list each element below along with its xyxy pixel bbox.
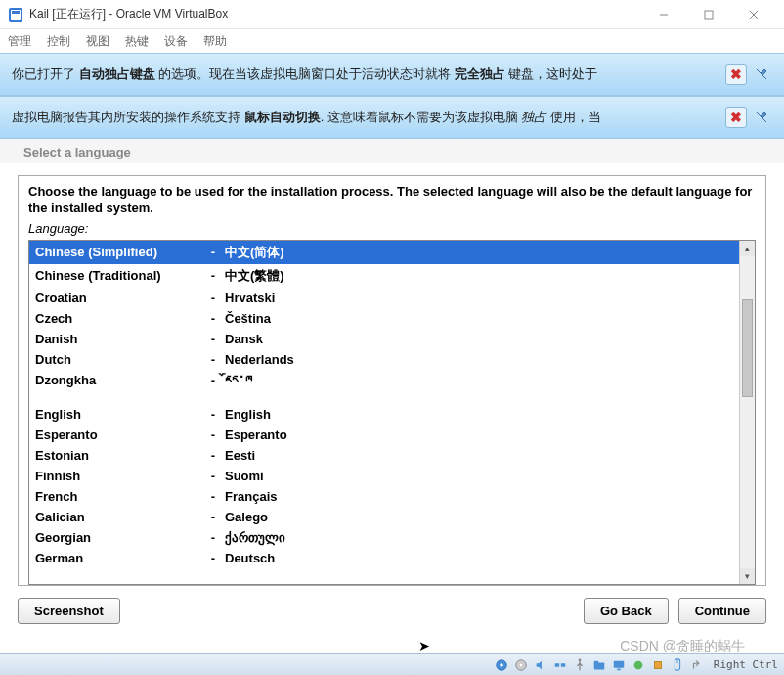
language-option[interactable]: Finnish-Suomi [29,466,739,486]
scroll-up-button[interactable]: ▴ [740,241,755,256]
svg-rect-2 [12,11,20,14]
screenshot-button[interactable]: Screenshot [18,598,120,624]
svg-rect-15 [594,660,598,663]
language-option[interactable]: Czech-Čeština [29,308,739,329]
mouse-cursor-icon: ➤ [418,638,430,653]
language-option[interactable]: Croatian-Hrvatski [29,288,739,308]
svg-rect-14 [594,662,605,669]
scroll-down-button[interactable]: ▾ [740,568,755,584]
continue-button[interactable]: Continue [678,598,766,624]
svg-rect-19 [654,661,661,668]
svg-rect-16 [614,660,625,667]
language-option[interactable]: Dutch-Nederlands [29,349,739,370]
go-back-button[interactable]: Go Back [584,598,669,624]
instructions: Choose the language to be used for the i… [28,184,756,217]
svg-rect-17 [617,668,621,670]
hostkey-arrow-icon [688,657,706,673]
language-option[interactable]: English-English [29,404,739,425]
language-label: Language: [28,221,756,236]
button-row: Screenshot Go Back Continue [0,586,784,636]
menubar: 管理 控制 视图 热键 设备 帮助 [0,29,784,53]
content-area: Choose the language to be used for the i… [0,163,784,586]
menu-devices[interactable]: 设备 [164,33,188,50]
language-list-wrapper: Chinese (Simplified)-中文(简体)Chinese (Trad… [28,240,756,585]
close-button[interactable] [731,0,776,29]
window-title: Kail [正在运行] - Oracle VM VirtualBox [29,6,641,22]
svg-rect-11 [555,663,559,667]
network-icon[interactable] [551,657,569,673]
menu-hotkeys[interactable]: 热键 [125,33,149,50]
mouse-integration-icon[interactable] [669,657,686,673]
app-icon [8,7,23,22]
language-option[interactable]: Estonian-Eesti [29,445,739,466]
language-option[interactable]: German-Deutsch [29,548,739,568]
language-option[interactable]: Georgian-ქართული [29,527,739,548]
menu-view[interactable]: 视图 [86,33,109,50]
recording-icon[interactable] [630,657,647,673]
notification-keyboard: 你已打开了 自动独占键盘 的选项。现在当该虚拟电脑窗口处于活动状态时就将 完全独… [0,53,784,96]
audio-icon[interactable] [532,657,549,673]
cpu-icon[interactable] [649,657,667,673]
scrollbar[interactable]: ▴ ▾ [739,241,755,584]
language-option[interactable]: Galician-Galego [29,507,739,527]
menu-help[interactable]: 帮助 [203,33,227,50]
display-icon[interactable] [610,657,628,673]
menu-manage[interactable]: 管理 [8,33,31,50]
notification-close-button[interactable]: ✖ [725,64,747,85]
harddisk-icon[interactable] [493,657,510,673]
statusbar: Right Ctrl [0,653,784,675]
svg-point-8 [500,663,503,667]
language-option[interactable]: Chinese (Traditional)-中文(繁體) [29,264,739,288]
usb-icon[interactable] [571,657,588,673]
svg-rect-4 [705,11,713,19]
scroll-thumb[interactable] [742,299,753,397]
notification-pin-icon[interactable] [751,64,772,85]
language-option[interactable]: Esperanto-Esperanto [29,425,739,445]
menu-control[interactable]: 控制 [47,33,70,50]
language-option[interactable]: Danish-Dansk [29,329,739,349]
section-title: Select a language [0,139,784,163]
notification-close-button[interactable]: ✖ [725,107,747,128]
language-option[interactable]: Dzongkha-ཇོང་ཁ [29,370,739,390]
svg-point-18 [633,660,642,669]
notification-mouse: 虚拟电脑报告其内所安装的操作系统支持 鼠标自动切换. 这意味着鼠标不需要为该虚拟… [0,96,784,139]
maximize-button[interactable] [686,0,731,29]
svg-point-10 [519,663,522,666]
language-list[interactable]: Chinese (Simplified)-中文(简体)Chinese (Trad… [29,241,739,584]
shared-folder-icon[interactable] [590,657,608,673]
language-panel: Choose the language to be used for the i… [18,175,766,586]
window-controls [641,0,776,29]
svg-rect-12 [561,663,565,667]
language-option[interactable]: Chinese (Simplified)-中文(简体) [29,241,739,264]
hostkey-label: Right Ctrl [714,658,778,671]
language-option[interactable]: French-Français [29,486,739,507]
optical-icon[interactable] [512,657,530,673]
minimize-button[interactable] [641,0,686,29]
svg-point-13 [578,658,581,661]
notification-pin-icon[interactable] [751,107,772,128]
window-titlebar: Kail [正在运行] - Oracle VM VirtualBox [0,0,784,29]
